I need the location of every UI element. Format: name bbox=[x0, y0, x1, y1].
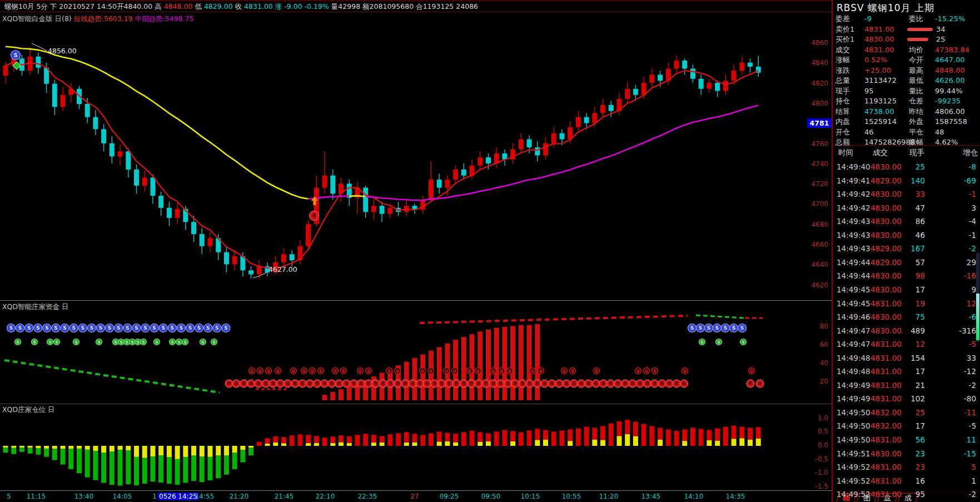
tick-row[interactable]: 14:49:474830.00489-316 bbox=[834, 326, 978, 337]
sell-zone-icon-glyph: S bbox=[740, 325, 744, 331]
position-bar-yellow bbox=[19, 446, 24, 448]
tick-time: 14:49:50 bbox=[837, 435, 870, 444]
chart-canvas[interactable]: SBSSSSSSSSSSSSSSSSSSSSSSSSSSSSSSSSSSSSSS… bbox=[0, 0, 980, 502]
info-label: 仓差 bbox=[909, 97, 923, 105]
buy-ring-glyph: B bbox=[387, 369, 390, 374]
position-bar-red bbox=[707, 430, 712, 440]
position-bar-green bbox=[248, 448, 253, 455]
buy-zone-icon-glyph: B bbox=[499, 381, 503, 386]
position-bar-green bbox=[191, 456, 196, 481]
tick-row[interactable]: 14:49:524831.00235 bbox=[834, 463, 978, 474]
capital-hist-bar bbox=[502, 327, 507, 400]
buy-zone-icon-glyph: B bbox=[594, 381, 598, 386]
tick-row[interactable]: 14:49:454830.00179 bbox=[834, 285, 978, 296]
position-bar-green bbox=[208, 457, 213, 480]
time-label: 13:40 bbox=[74, 493, 94, 500]
tick-row[interactable]: 14:49:404830.0025-8 bbox=[834, 162, 978, 173]
tick-price: 4831.00 bbox=[870, 340, 902, 349]
tick-row[interactable]: 14:49:514830.0023-15 bbox=[834, 449, 978, 460]
position-bar-yellow bbox=[306, 443, 311, 446]
position-bar-red bbox=[281, 437, 286, 443]
position-bar-yellow bbox=[77, 446, 82, 449]
position-bar-red bbox=[470, 431, 475, 446]
tick-row[interactable]: 14:49:494831.0021-2 bbox=[834, 381, 978, 392]
candle-body bbox=[330, 176, 335, 194]
sell-signal-icon-glyph: S bbox=[13, 52, 17, 58]
tick-row[interactable]: 14:49:464830.0075-6 bbox=[834, 312, 978, 324]
info-value: 4848.00 bbox=[935, 66, 965, 74]
tick-row[interactable]: 14:49:504832.0017-5 bbox=[834, 421, 978, 433]
tick-row[interactable]: 14:49:504831.005611 bbox=[834, 435, 978, 446]
position-bar-yellow bbox=[52, 446, 57, 449]
position-bar-yellow bbox=[347, 443, 352, 446]
capital-hist-bar bbox=[347, 386, 352, 400]
tick-oi-change: -1 bbox=[969, 190, 976, 198]
tick-row[interactable]: 14:49:504832.0025-11 bbox=[834, 408, 978, 419]
tick-row[interactable]: 14:49:484831.0015433 bbox=[834, 354, 978, 365]
pane-separator-3 bbox=[0, 490, 832, 491]
candle-body bbox=[609, 105, 614, 111]
bottom-axis-label: -1.0 bbox=[806, 469, 828, 476]
sell-zone-icon-glyph: S bbox=[180, 325, 183, 331]
info-label: 均价 bbox=[909, 46, 923, 54]
position-bar-red bbox=[477, 432, 482, 441]
position-bar-red bbox=[600, 426, 605, 440]
info-label: 最低 bbox=[909, 76, 923, 85]
position-bar-green bbox=[240, 450, 245, 462]
tick-row[interactable]: 14:49:494831.00102-80 bbox=[834, 394, 978, 405]
tick-price: 4830.00 bbox=[870, 190, 902, 198]
position-bar-red bbox=[371, 435, 376, 443]
buy-ring-glyph: B bbox=[531, 369, 534, 374]
position-bar-green bbox=[101, 453, 106, 483]
capital-hist-bar bbox=[470, 334, 475, 400]
candle-body bbox=[633, 89, 638, 95]
buy-ring-glyph: B bbox=[563, 369, 565, 374]
sell-zone-icon-glyph: S bbox=[188, 325, 192, 331]
tick-row[interactable]: 14:49:434830.0086-4 bbox=[834, 217, 978, 228]
tick-row[interactable]: 14:49:454831.001912 bbox=[834, 299, 978, 310]
capital-dash-line bbox=[4, 360, 220, 392]
tick-row[interactable]: 14:49:444830.0098-16 bbox=[834, 271, 978, 282]
current-price-tag: 4781 bbox=[807, 118, 832, 128]
buy-zone-icon-glyph: B bbox=[301, 381, 305, 386]
tick-row[interactable]: 14:49:414829.00140-69 bbox=[834, 176, 978, 187]
sell-zone-icon-glyph: S bbox=[699, 325, 702, 331]
high-price-annotation: 4856.00 bbox=[48, 47, 77, 55]
info-label: 平仓 bbox=[909, 128, 923, 136]
position-bar-yellow bbox=[633, 436, 638, 446]
tick-row[interactable]: 14:49:524831.00161 bbox=[834, 476, 978, 488]
tick-row[interactable]: 14:49:434829.00167-2 bbox=[834, 244, 978, 255]
tick-col-header: 时间 bbox=[838, 148, 853, 158]
position-bar-yellow bbox=[28, 446, 33, 448]
tick-row[interactable]: 14:49:444829.005729 bbox=[834, 258, 978, 269]
tick-row[interactable]: 14:49:524831.0095-2 bbox=[834, 490, 978, 501]
position-bar-yellow bbox=[93, 446, 98, 451]
time-label: 14:55 bbox=[195, 493, 215, 500]
info-value: 4806.00 bbox=[935, 107, 965, 116]
buy-zone-icon-glyph: B bbox=[758, 381, 762, 386]
time-label: 14:05 bbox=[113, 493, 132, 500]
tick-row[interactable]: 14:49:474831.0012-5 bbox=[834, 340, 978, 351]
tick-volume: 17 bbox=[916, 367, 925, 376]
tick-row[interactable]: 14:49:434830.0046-1 bbox=[834, 231, 978, 242]
position-bar-red bbox=[674, 431, 679, 446]
price-axis-label: 4620 bbox=[806, 281, 828, 289]
info-value: 4647.00 bbox=[935, 56, 965, 64]
position-bar-red bbox=[330, 436, 335, 443]
position-bar-yellow bbox=[175, 446, 180, 459]
tick-oi-change: 33 bbox=[967, 354, 976, 362]
price-axis-label: 4680 bbox=[806, 221, 828, 228]
tick-row[interactable]: 14:49:424830.0033-1 bbox=[834, 190, 978, 201]
position-bar-yellow bbox=[167, 446, 172, 457]
tick-row[interactable]: 14:49:424830.00473 bbox=[834, 203, 978, 215]
buy-ring-glyph: B bbox=[292, 369, 295, 374]
green-s-icon-glyph: S bbox=[142, 340, 145, 345]
buy-zone-icon-glyph: B bbox=[653, 381, 656, 386]
position-bar-yellow bbox=[314, 443, 319, 446]
tick-row[interactable]: 14:49:484831.0017-12 bbox=[834, 367, 978, 378]
buy-zone-icon-glyph: B bbox=[381, 381, 385, 386]
price-axis-label: 4720 bbox=[806, 180, 828, 188]
candle-body bbox=[732, 71, 737, 81]
position-bar-yellow bbox=[739, 438, 744, 446]
green-s-icon-glyph: S bbox=[125, 340, 128, 345]
